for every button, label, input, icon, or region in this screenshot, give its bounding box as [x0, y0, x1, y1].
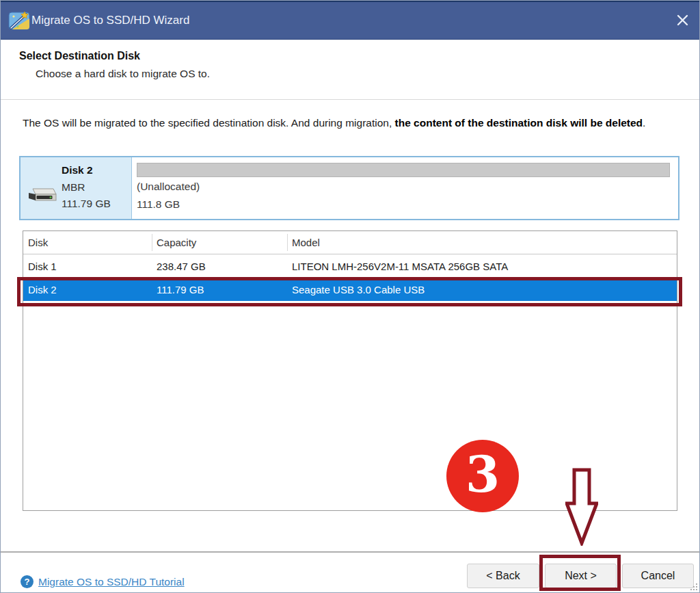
table-row-disk1[interactable]: Disk 1 238.47 GB LITEON LMH-256V2M-11 MS…	[23, 254, 677, 278]
cell-model: LITEON LMH-256V2M-11 MSATA 256GB SATA	[292, 254, 508, 278]
page-subtitle: Choose a hard disk to migrate OS to.	[36, 68, 210, 80]
partition-label: (Unallocated)	[137, 181, 200, 193]
preview-partition-style: MBR	[62, 181, 85, 194]
titlebar-top-edge	[0, 0, 700, 2]
preview-disk-name: Disk 2	[62, 164, 93, 176]
cell-capacity: 111.79 GB	[157, 278, 204, 301]
column-divider	[152, 234, 152, 251]
next-button[interactable]: Next >	[545, 564, 617, 588]
step-number: 3	[466, 450, 500, 499]
window-title: Migrate OS to SSD/HD Wizard	[31, 0, 189, 39]
column-header-model: Model	[292, 231, 320, 254]
back-button[interactable]: < Back	[467, 564, 539, 588]
disk-drive-icon	[27, 185, 57, 205]
cell-disk: Disk 1	[28, 254, 57, 278]
column-header-capacity: Capacity	[157, 231, 196, 254]
table-row-disk2-selected[interactable]: Disk 2 111.79 GB Seagate USB 3.0 Cable U…	[23, 278, 677, 301]
preview-disk-capacity: 111.79 GB	[62, 198, 111, 210]
arrow-annotation	[565, 468, 598, 546]
cell-model: Seagate USB 3.0 Cable USB	[292, 278, 425, 301]
help-icon[interactable]: ?	[21, 575, 33, 588]
column-divider	[287, 234, 288, 251]
resize-grip[interactable]	[689, 582, 698, 591]
warning-bold: the content of the destination disk will…	[395, 117, 643, 129]
cancel-button[interactable]: Cancel	[622, 564, 694, 588]
page-title: Select Destination Disk	[19, 50, 140, 62]
cell-capacity: 238.47 GB	[157, 254, 206, 278]
migration-warning-text: The OS will be migrated to the specified…	[23, 114, 677, 132]
destination-disk-preview: Disk 2 MBR 111.79 GB (Unallocated) 111.8…	[19, 156, 679, 220]
footer-divider	[0, 551, 700, 553]
warning-suffix: .	[643, 117, 645, 129]
column-header-disk: Disk	[28, 231, 48, 254]
header-divider	[0, 99, 700, 100]
unallocated-partition-block[interactable]	[137, 163, 670, 177]
wizard-app-icon	[8, 10, 30, 31]
disk-info-cell: Disk 2 MBR 111.79 GB	[21, 157, 132, 219]
tutorial-link[interactable]: Migrate OS to SSD/HD Tutorial	[38, 576, 185, 588]
close-icon[interactable]	[670, 8, 695, 31]
help-glyph: ?	[25, 577, 30, 587]
partition-capacity: 111.8 GB	[137, 198, 180, 211]
step-3-annotation: 3	[446, 440, 519, 512]
warning-normal: The OS will be migrated to the specified…	[23, 117, 395, 129]
cell-disk: Disk 2	[28, 278, 57, 301]
title-bar: Migrate OS to SSD/HD Wizard	[0, 0, 700, 40]
table-header-row: Disk Capacity Model	[23, 231, 677, 254]
